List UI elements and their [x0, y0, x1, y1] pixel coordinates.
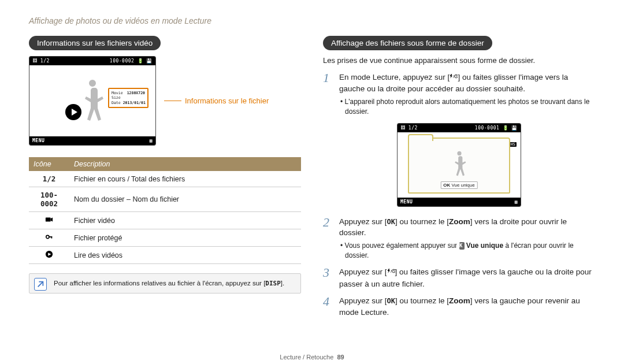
thumb-icon: ▦ — [515, 199, 518, 205]
file-info-box: Movie Size1280X720 Date2013/01/01 — [108, 88, 148, 108]
heading-folder-view: Affichage des fichiers sous forme de dos… — [323, 36, 492, 50]
play-icon — [29, 247, 69, 264]
heading-video-info: Informations sur les fichiers vidéo — [29, 36, 161, 50]
svg-text:/: / — [391, 269, 392, 273]
folder-intro: Les prises de vue continue apparaissent … — [323, 56, 595, 65]
lock-icon — [29, 229, 69, 247]
vue-unique-button[interactable]: OK Vue unique — [440, 181, 477, 189]
svg-text:/: / — [454, 74, 455, 78]
left-column: Informations sur les fichiers vidéo 🖼 1/… — [29, 36, 301, 324]
breadcrumb: Affichage de photos ou de vidéos en mode… — [29, 16, 595, 25]
play-icon — [65, 104, 81, 120]
ok-key: OK — [387, 218, 395, 226]
step-4: 4 Appuyez sur [OK] ou tournez le [Zoom] … — [323, 295, 595, 318]
folder-icon: OK Vue unique — [408, 138, 510, 194]
right-column: Affichage des fichiers sous forme de dos… — [323, 36, 595, 324]
lcd-filename: 100-0002 — [110, 58, 135, 64]
flash-timer-icon: / — [387, 267, 395, 278]
page-footer: Lecture / Retouche 89 — [0, 354, 624, 361]
svg-rect-4 — [46, 218, 51, 222]
ok-key: OK — [387, 297, 395, 305]
note-box: Pour afficher les informations relatives… — [29, 273, 301, 294]
camera-lcd-folder: 🖼 1/2 100-0001 🔋 💾 HS OK Vue unique MENU… — [397, 123, 521, 207]
th-icon: Icône — [29, 157, 69, 171]
table-row: Fichier vidéo — [29, 212, 301, 229]
table-row: Lire des vidéos — [29, 247, 301, 264]
step-2: 2 Appuyez sur [OK] ou tournez le [Zoom] … — [323, 216, 595, 261]
silhouette-figure — [75, 75, 110, 127]
camera-lcd-video: 🖼 1/2 100-0002 🔋 💾 Movie Size1280X720 Da… — [29, 56, 156, 146]
th-description: Description — [69, 157, 301, 171]
svg-rect-7 — [51, 236, 53, 239]
flash-timer-icon: / — [450, 72, 458, 84]
table-row: 1/2 Fichier en cours / Total des fichier… — [29, 171, 301, 187]
table-row: 100-0002 Nom du dossier – Nom du fichier — [29, 187, 301, 212]
note-icon — [34, 278, 47, 291]
table-row: Fichier protégé — [29, 229, 301, 247]
icon-description-table: Icône Description 1/2 Fichier en cours /… — [29, 157, 301, 264]
thumb-icon: ▦ — [150, 138, 153, 143]
hs-badge: HS — [510, 142, 517, 147]
video-icon — [29, 212, 69, 229]
lcd-index: 1/2 — [40, 58, 50, 64]
step-1: 1 En mode Lecture, appuyez sur [/] ou fa… — [323, 72, 595, 117]
callout-file-info: Informations sur le fichier — [164, 96, 269, 105]
menu-label: MENU — [32, 138, 44, 143]
step-3: 3 Appuyez sur [/] ou faites glisser l'im… — [323, 266, 595, 289]
disp-key: DISP — [265, 280, 281, 287]
ok-chip: OK — [459, 242, 465, 250]
